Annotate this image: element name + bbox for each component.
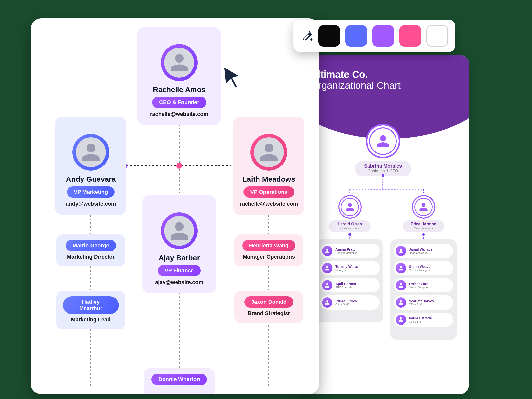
name: Glenn Weaver (409, 265, 432, 269)
fill-bucket-icon[interactable] (301, 30, 313, 42)
avatar (72, 134, 109, 171)
role-pill: CEO & Founder (152, 97, 206, 108)
svg-point-17 (310, 38, 312, 41)
swatch-blue[interactable] (345, 25, 367, 47)
person-icon (325, 265, 330, 271)
name: Scarlett Harvey (409, 299, 434, 303)
name: Russell Giles (335, 299, 357, 303)
name-pill: Hadley Mcarthur (63, 296, 119, 314)
org-sub-node[interactable]: Henrietta Wang Manager Operations (234, 234, 303, 266)
avatar (161, 44, 198, 81)
name: April Barnett (335, 282, 356, 286)
role-pill: VP Marketing (67, 186, 115, 198)
person-icon (81, 142, 101, 163)
name-pill: Henrietta Wang (242, 240, 296, 251)
role: Comissioners (407, 226, 440, 230)
person-icon (419, 202, 428, 212)
person-icon (345, 202, 355, 212)
swatch-white[interactable] (426, 25, 448, 47)
ceo-label: Sabrina Morales Chairman & CEO (355, 161, 411, 176)
name: Jamal Wallace (409, 248, 432, 251)
avatar (250, 134, 287, 171)
person-icon (398, 317, 404, 322)
avatar (338, 195, 362, 219)
ceo-avatar (366, 124, 400, 158)
subtitle: Brand Strategist (241, 310, 297, 316)
commissioner-column-right: Erica Harmon Comissioners Jamal WallaceH… (390, 195, 457, 340)
name-pill: Martin George (66, 240, 116, 251)
person-icon (325, 283, 330, 288)
role: Graphic Designer (409, 269, 432, 272)
role-pill: VP Finance (158, 265, 201, 276)
commissioner-label: Harold Olsen Comissioners (329, 220, 371, 232)
role: Head of Marketing (335, 251, 357, 254)
subtitle: Manager Operations (241, 254, 297, 260)
list-item: Jamal WallaceHead of Design (394, 244, 453, 258)
name: Rachelle Amos (143, 85, 215, 94)
person-icon (325, 248, 330, 254)
email: ajay@website.com (148, 279, 210, 286)
list-item: April BarnettSEO Specialist (320, 278, 380, 292)
name: Tommy Weiss (335, 265, 358, 269)
report-list: Amina PrattHead of Marketing Tommy Weiss… (317, 239, 383, 322)
chart-title: Organizational Chart (311, 80, 401, 91)
subtitle: Marketing Lead (63, 316, 119, 323)
person-icon (169, 220, 190, 241)
role: Manager (335, 269, 358, 272)
hero-title: Ultimate Co. Organizational Chart (311, 69, 401, 91)
cursor-icon (221, 64, 246, 91)
name: Paula Estrada (409, 316, 432, 320)
name: Ajay Barber (148, 254, 210, 262)
person-icon (169, 52, 190, 73)
commissioner-label: Erica Harmon Comissioners (403, 220, 444, 232)
ceo-name: Sabrina Morales (362, 163, 404, 169)
list-item: Russell GilesOffice Staff (320, 295, 380, 310)
email: rachelle@website.com (143, 111, 215, 117)
org-node-vp-marketing[interactable]: Andy Guevara VP Marketing andy@website.c… (55, 117, 126, 215)
company-name: Ultimate Co. (311, 69, 401, 80)
list-item: Paula EstradaOffice Staff (394, 313, 453, 327)
main-org-chart-canvas[interactable]: Rachelle Amos CEO & Founder rachelle@web… (31, 18, 319, 394)
swatch-black[interactable] (318, 25, 340, 47)
secondary-org-chart-preview[interactable]: Ultimate Co. Organizational Chart Sabrin… (297, 55, 469, 394)
role: Motion Designer (409, 286, 429, 289)
commissioner-column-left: Harold Olsen Comissioners Amina PrattHea… (317, 195, 383, 322)
list-item: Scarlett HarveyOffice Staff (394, 295, 453, 310)
list-item: Esther CarrMotion Designer (394, 278, 453, 292)
name: Amina Pratt (335, 248, 357, 251)
role: Office Staff (409, 320, 432, 323)
person-icon (325, 300, 330, 305)
name: Andy Guevara (61, 175, 121, 183)
org-sub-node[interactable]: Martin George Marketing Director (56, 234, 125, 266)
email: rachelle@website.com (239, 201, 299, 207)
list-item: Tommy WeissManager (320, 261, 380, 275)
subtitle: Marketing Director (63, 254, 119, 260)
org-sub-node[interactable]: Hadley Mcarthur Marketing Lead (56, 291, 125, 329)
org-node-vp-finance[interactable]: Ajay Barber VP Finance ajay@website.com (142, 195, 216, 293)
swatch-purple[interactable] (372, 25, 394, 47)
list-item: Amina PrattHead of Marketing (320, 244, 380, 258)
org-sub-node[interactable]: Jaxon Donald Brand Strategist (234, 291, 303, 323)
person-icon (398, 283, 404, 288)
list-item: Glenn WeaverGraphic Designer (394, 261, 453, 275)
swatch-pink[interactable] (399, 25, 421, 47)
person-icon (376, 134, 390, 149)
person-icon (398, 265, 404, 271)
name: Harold Olsen (333, 222, 366, 226)
avatar (412, 195, 435, 219)
person-icon (398, 300, 404, 305)
role: Office Staff (409, 303, 434, 306)
person-icon (259, 142, 279, 163)
ceo-role: Chairman & CEO (362, 169, 404, 173)
role: Head of Design (409, 251, 432, 254)
name-pill: Donnie Wharton (151, 374, 207, 385)
role-pill: VP Operations (243, 186, 294, 198)
name-pill: Jaxon Donald (244, 296, 293, 308)
junction-dot (176, 163, 182, 169)
org-node-ceo[interactable]: Rachelle Amos CEO & Founder rachelle@web… (137, 27, 221, 125)
color-palette-toolbar (293, 20, 455, 52)
avatar (161, 212, 198, 249)
org-node-vp-operations[interactable]: Laith Meadows VP Operations rachelle@web… (233, 117, 304, 215)
org-sub-node[interactable]: Donnie Wharton (144, 368, 215, 394)
name: Laith Meadows (239, 175, 299, 183)
